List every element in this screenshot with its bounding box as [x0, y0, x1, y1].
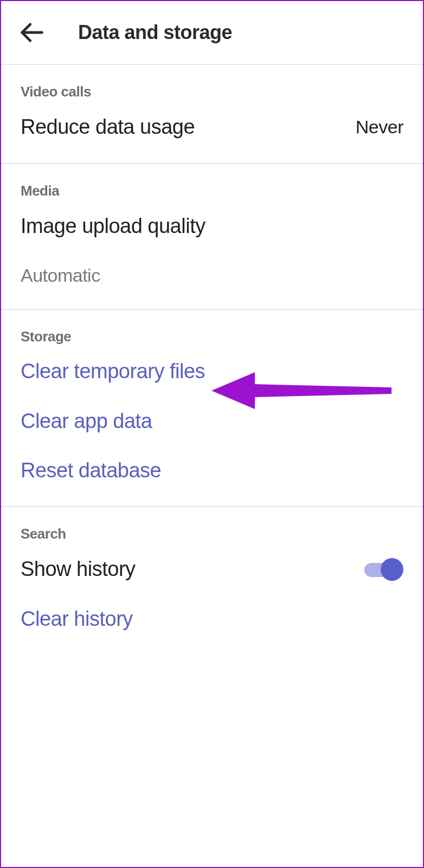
show-history-toggle[interactable] [364, 558, 403, 581]
toggle-thumb [381, 558, 403, 581]
image-upload-quality-label: Image upload quality [21, 213, 403, 239]
section-video-calls: Video calls Reduce data usage Never [1, 65, 423, 164]
section-heading-video-calls: Video calls [21, 83, 403, 100]
back-icon[interactable] [17, 18, 46, 47]
image-upload-quality-value: Automatic [21, 265, 403, 286]
section-search: Search Show history Clear history [1, 507, 423, 655]
show-history-row[interactable]: Show history [21, 556, 403, 582]
clear-temporary-files-button[interactable]: Clear temporary files [21, 359, 403, 384]
section-media: Media Image upload quality Automatic [1, 164, 423, 310]
section-heading-media: Media [21, 183, 403, 199]
section-heading-storage: Storage [21, 328, 403, 345]
reduce-data-usage-label: Reduce data usage [21, 114, 195, 140]
reset-database-button[interactable]: Reset database [21, 458, 403, 483]
header: Data and storage [1, 1, 423, 65]
section-storage: Storage Clear temporary files Clear app … [1, 310, 423, 507]
section-heading-search: Search [21, 526, 403, 542]
clear-history-button[interactable]: Clear history [21, 607, 403, 632]
reduce-data-usage-value: Never [356, 116, 403, 138]
image-upload-quality-row[interactable]: Image upload quality Automatic [21, 213, 403, 287]
page-title: Data and storage [78, 21, 232, 44]
reduce-data-usage-row[interactable]: Reduce data usage Never [21, 114, 403, 140]
clear-app-data-button[interactable]: Clear app data [21, 409, 403, 434]
show-history-label: Show history [21, 556, 136, 582]
